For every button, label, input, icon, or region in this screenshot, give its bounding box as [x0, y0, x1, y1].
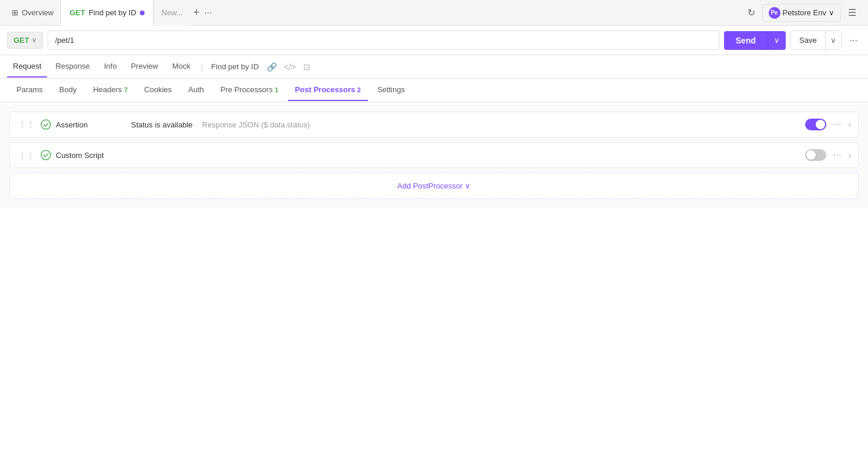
method-chevron-icon: ∨	[32, 36, 36, 44]
breadcrumb-separator: |	[199, 62, 205, 71]
toggle-knob-assertion	[816, 120, 825, 129]
stab-headers[interactable]: Headers 7	[86, 79, 135, 101]
send-button[interactable]: Send	[724, 31, 768, 50]
overview-label: Overview	[22, 8, 53, 17]
refresh-button[interactable]: ↻	[745, 5, 758, 21]
toggle-custom-script[interactable]	[805, 149, 826, 161]
url-bar-more-button[interactable]: ···	[846, 33, 861, 48]
assertion-more-button[interactable]: ···	[831, 118, 843, 131]
tab-response-label: Response	[55, 62, 90, 70]
url-input[interactable]	[48, 31, 719, 50]
stab-post-processors[interactable]: Post Processors 2	[288, 79, 368, 101]
get-method-label: GET	[69, 8, 85, 17]
stab-pre-processors-count: 1	[275, 86, 279, 93]
add-tab-button[interactable]: +	[191, 4, 202, 21]
tab-request-label: Request	[13, 62, 41, 70]
env-avatar: Pe	[769, 7, 780, 19]
stab-pre-processors[interactable]: Pre Processors 1	[213, 79, 286, 101]
code-icon[interactable]: </>	[281, 60, 298, 74]
tab-info[interactable]: Info	[98, 56, 123, 78]
toggle-assertion[interactable]	[805, 119, 826, 130]
save-button[interactable]: Save	[791, 31, 825, 49]
tab-request[interactable]: Request	[7, 56, 47, 78]
env-name: Petstore Env	[783, 8, 826, 17]
processor-row-assertion: ⋮⋮ Assertion Status is available Respons…	[9, 112, 859, 137]
stab-post-processors-count: 2	[357, 86, 361, 93]
overview-tab[interactable]: ⊞ Overview	[5, 0, 61, 26]
tab-preview[interactable]: Preview	[125, 56, 164, 78]
toggle-knob-custom-script	[806, 150, 816, 160]
stab-pre-processors-label: Pre Processors	[220, 85, 274, 94]
sidebar-toggle-button[interactable]: ☰	[846, 5, 859, 21]
svg-point-0	[41, 120, 51, 129]
stab-params-label: Params	[16, 85, 43, 94]
grid-icon: ⊞	[12, 8, 18, 17]
tab-info-label: Info	[104, 62, 117, 70]
tab-more-button[interactable]: ···	[202, 5, 215, 21]
tab-mock-label: Mock	[172, 62, 190, 70]
modified-indicator	[140, 11, 145, 15]
tab-bar-actions: ↻ Pe Petstore Env ∨ ☰	[745, 4, 863, 22]
env-chevron-icon: ∨	[829, 8, 835, 17]
processor-row-custom-script: ⋮⋮ Custom Script ··· ›	[9, 142, 859, 168]
send-dropdown-button[interactable]: ∨	[768, 31, 786, 50]
tab-bar: ⊞ Overview GET Find pet by ID New... + ·…	[0, 0, 868, 26]
stab-cookies-label: Cookies	[144, 85, 172, 94]
add-post-processor-label: Add PostProcessor ∨	[397, 181, 471, 190]
stab-auth[interactable]: Auth	[181, 79, 211, 101]
add-post-processor-button[interactable]: Add PostProcessor ∨	[9, 173, 859, 199]
tab-mock[interactable]: Mock	[166, 56, 196, 78]
check-icon-assertion	[41, 119, 51, 130]
url-bar: GET ∨ Send ∨ Save ∨ ···	[0, 26, 868, 55]
sub-tabs-bar: Params Body Headers 7 Cookies Auth Pre P…	[0, 79, 868, 102]
svg-point-1	[41, 150, 51, 160]
stab-auth-label: Auth	[188, 85, 204, 94]
stab-settings[interactable]: Settings	[370, 79, 412, 101]
stab-cookies[interactable]: Cookies	[137, 79, 179, 101]
active-request-tab[interactable]: GET Find pet by ID	[61, 0, 153, 26]
env-selector[interactable]: Pe Petstore Env ∨	[762, 4, 841, 22]
method-selector[interactable]: GET ∨	[7, 32, 43, 49]
method-label: GET	[14, 36, 29, 45]
drag-handle-assertion[interactable]: ⋮⋮	[17, 120, 36, 129]
stab-settings-label: Settings	[377, 85, 405, 94]
custom-script-chevron-icon[interactable]: ›	[848, 150, 851, 160]
drag-handle-custom-script[interactable]: ⋮⋮	[17, 150, 36, 160]
processor-assertion-detail-extra: Response JSON ($.data.status)	[202, 120, 310, 129]
link-icon[interactable]: 🔗	[264, 60, 279, 74]
processor-assertion-detail: Status is available	[131, 120, 193, 129]
processor-assertion-name: Assertion	[56, 120, 115, 129]
save-dropdown-icon: ∨	[830, 36, 836, 45]
stab-headers-count: 7	[124, 86, 128, 93]
tab-response[interactable]: Response	[49, 56, 96, 78]
custom-script-more-button[interactable]: ···	[831, 149, 843, 161]
save-dropdown-button[interactable]: ∨	[825, 31, 841, 49]
send-button-group: Send ∨	[724, 31, 786, 50]
active-tab-name: Find pet by ID	[89, 8, 136, 17]
tab-preview-label: Preview	[131, 62, 158, 70]
save-button-group: Save ∨	[790, 31, 842, 50]
new-tab-label: New...	[162, 8, 183, 17]
check-icon-custom-script	[41, 150, 51, 160]
stab-post-processors-label: Post Processors	[295, 85, 357, 94]
stab-body-label: Body	[59, 85, 77, 94]
request-tabs-bar: Request Response Info Preview Mock | Fin…	[0, 55, 868, 79]
send-dropdown-icon: ∨	[774, 36, 780, 45]
stab-params[interactable]: Params	[9, 79, 50, 101]
stab-headers-label: Headers	[93, 85, 124, 94]
assertion-chevron-icon[interactable]: ›	[848, 120, 851, 129]
content-area: ⋮⋮ Assertion Status is available Respons…	[0, 102, 868, 208]
stab-body[interactable]: Body	[52, 79, 84, 101]
processor-custom-script-name: Custom Script	[56, 151, 115, 160]
layout-icon[interactable]: ⊡	[301, 60, 313, 74]
breadcrumb-link[interactable]: Find pet by ID	[207, 56, 262, 77]
new-tab[interactable]: New...	[153, 0, 191, 26]
